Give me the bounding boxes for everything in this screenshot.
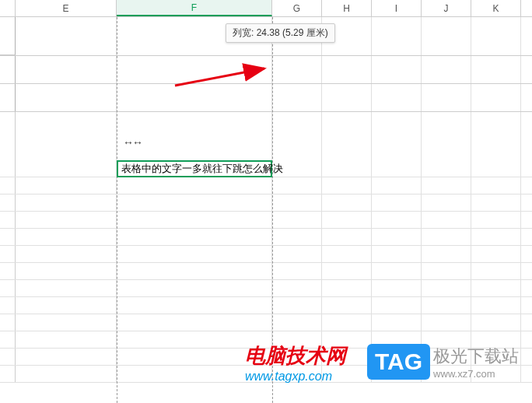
cell[interactable] xyxy=(422,84,471,111)
active-cell[interactable]: 表格中的文字一多就往下跳怎么解决 xyxy=(117,160,272,177)
cell[interactable] xyxy=(422,112,471,177)
col-header-E[interactable]: E xyxy=(16,0,117,16)
cell[interactable] xyxy=(322,229,372,245)
cell[interactable] xyxy=(422,280,471,296)
cell[interactable] xyxy=(16,84,117,111)
cell[interactable] xyxy=(16,56,117,83)
cell[interactable] xyxy=(422,297,471,314)
row-number[interactable] xyxy=(0,297,16,314)
cell[interactable] xyxy=(422,263,471,279)
col-header-K[interactable]: K xyxy=(471,0,521,16)
cell[interactable] xyxy=(322,194,372,211)
cell[interactable] xyxy=(372,229,422,245)
row-number[interactable] xyxy=(0,212,16,228)
cell[interactable] xyxy=(272,212,322,228)
row-number[interactable] xyxy=(0,314,16,331)
cell[interactable] xyxy=(471,212,521,228)
cell[interactable] xyxy=(322,246,372,262)
cell[interactable] xyxy=(422,177,471,194)
col-header-I[interactable]: I xyxy=(372,0,422,16)
cell[interactable] xyxy=(372,84,422,111)
row-number[interactable] xyxy=(0,366,16,382)
corner-cell[interactable] xyxy=(0,0,16,16)
cell[interactable] xyxy=(322,84,372,111)
row-number[interactable] xyxy=(0,194,16,211)
cell[interactable] xyxy=(422,56,471,83)
cell[interactable] xyxy=(372,263,422,279)
cell[interactable] xyxy=(372,177,422,194)
cell[interactable] xyxy=(372,212,422,228)
cell[interactable] xyxy=(272,84,322,111)
cell[interactable] xyxy=(322,112,372,177)
cell[interactable] xyxy=(322,314,372,331)
row-number[interactable] xyxy=(0,56,16,83)
cell[interactable] xyxy=(117,177,272,194)
cell[interactable] xyxy=(471,194,521,211)
cell[interactable] xyxy=(372,17,422,55)
cell[interactable] xyxy=(322,177,372,194)
cell[interactable] xyxy=(117,229,272,245)
cell[interactable] xyxy=(422,212,471,228)
cell[interactable] xyxy=(272,229,322,245)
cell[interactable] xyxy=(117,297,272,314)
cell[interactable] xyxy=(471,84,521,111)
row-number[interactable] xyxy=(0,331,16,348)
cell[interactable] xyxy=(471,297,521,314)
cell[interactable] xyxy=(422,17,471,55)
cell[interactable] xyxy=(471,246,521,262)
cell[interactable] xyxy=(272,314,322,331)
cell[interactable] xyxy=(422,194,471,211)
row-number[interactable] xyxy=(0,263,16,279)
row-number[interactable] xyxy=(0,112,16,177)
col-header-F[interactable]: F xyxy=(117,0,272,16)
cell[interactable] xyxy=(422,229,471,245)
cell[interactable] xyxy=(16,194,117,211)
cell[interactable] xyxy=(16,263,117,279)
cell[interactable] xyxy=(16,314,117,331)
cell[interactable] xyxy=(322,56,372,83)
cell[interactable] xyxy=(117,280,272,296)
cell[interactable] xyxy=(372,314,422,331)
cell[interactable] xyxy=(16,280,117,296)
cell[interactable] xyxy=(272,280,322,296)
row-number[interactable] xyxy=(0,177,16,194)
cell[interactable] xyxy=(272,297,322,314)
cell[interactable] xyxy=(422,314,471,331)
cell[interactable] xyxy=(322,263,372,279)
cell[interactable] xyxy=(16,177,117,194)
row-number[interactable] xyxy=(0,280,16,296)
cell[interactable] xyxy=(372,194,422,211)
cell[interactable] xyxy=(471,17,521,55)
cell[interactable] xyxy=(117,314,272,331)
col-header-H[interactable]: H xyxy=(322,0,372,16)
cell[interactable] xyxy=(322,280,372,296)
cell[interactable] xyxy=(16,349,117,365)
cell[interactable] xyxy=(372,280,422,296)
cell[interactable] xyxy=(322,297,372,314)
row-number[interactable] xyxy=(0,17,16,55)
cell[interactable] xyxy=(16,297,117,314)
cell[interactable] xyxy=(372,246,422,262)
cell[interactable] xyxy=(272,194,322,211)
cell[interactable] xyxy=(471,112,521,177)
cell[interactable] xyxy=(471,229,521,245)
cell[interactable] xyxy=(372,112,422,177)
cell[interactable] xyxy=(471,263,521,279)
cell[interactable] xyxy=(16,112,117,177)
cell[interactable] xyxy=(16,229,117,245)
cell[interactable] xyxy=(422,246,471,262)
cell[interactable] xyxy=(272,56,322,83)
cell[interactable] xyxy=(117,212,272,228)
cell[interactable] xyxy=(471,314,521,331)
cell[interactable] xyxy=(16,17,117,55)
row-number[interactable] xyxy=(0,246,16,262)
cell[interactable] xyxy=(372,56,422,83)
cell[interactable] xyxy=(117,194,272,211)
cell[interactable] xyxy=(16,246,117,262)
cell[interactable] xyxy=(471,177,521,194)
cell[interactable] xyxy=(117,263,272,279)
cell[interactable] xyxy=(16,331,117,348)
col-header-G[interactable]: G xyxy=(272,0,322,16)
cell[interactable] xyxy=(272,177,322,194)
cell[interactable] xyxy=(16,366,117,382)
